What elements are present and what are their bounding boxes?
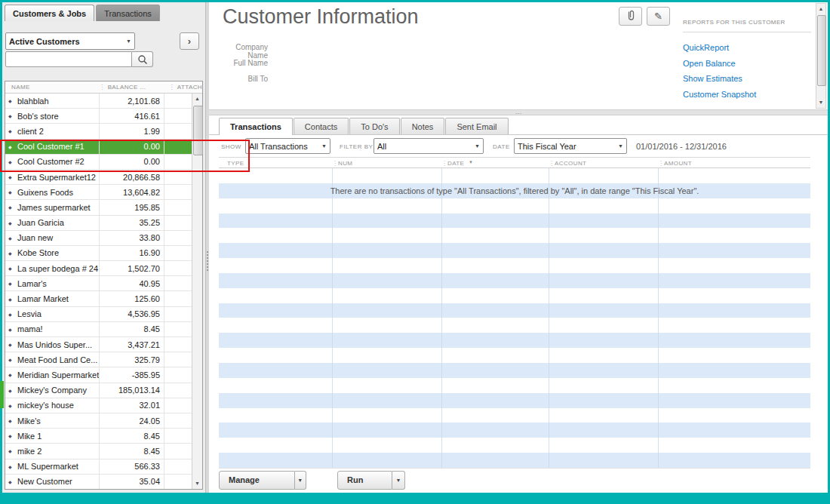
customer-row[interactable]: ◆ James supermarket 195.85	[5, 200, 192, 215]
customer-balance: 20,866.58	[100, 170, 164, 184]
customer-row[interactable]: ◆ mama! 8.45	[5, 322, 192, 337]
collapse-sidebar-button[interactable]: ›	[180, 32, 199, 50]
customer-row[interactable]: ◆ Mike 1 8.45	[5, 429, 192, 444]
run-reports-button[interactable]: Run Reports ▼	[337, 471, 405, 490]
splitter-handle-icon: …	[515, 110, 522, 114]
run-reports-label[interactable]: Run Reports	[337, 471, 392, 490]
search-button[interactable]	[132, 51, 153, 67]
column-header-attach[interactable]: ATTACH	[177, 84, 202, 91]
diamond-icon: ◆	[5, 433, 17, 438]
link-show-estimates[interactable]: Show Estimates	[683, 71, 811, 87]
customer-row[interactable]: ◆ Mickey's Company 185,013.14	[5, 383, 192, 398]
customer-fields: Company Name Full Name Bill To	[215, 43, 268, 91]
customer-row[interactable]: ◆ Cool Customer #1 0.00	[5, 140, 192, 155]
transaction-row-empty	[219, 243, 810, 258]
transaction-row-empty	[219, 363, 810, 378]
customer-balance: 3,437.21	[100, 337, 164, 352]
customer-row[interactable]: ◆ Mike's 24.05	[5, 413, 192, 429]
date-value: This Fiscal Year	[518, 142, 576, 151]
customer-row[interactable]: ◆ La super bodega # 24 1,502.70	[5, 261, 192, 276]
manage-transactions-label[interactable]: Manage Transactions	[219, 471, 295, 490]
customer-row[interactable]: ◆ Lamar Market 125.60	[5, 291, 192, 306]
column-header-type[interactable]: TYPE	[227, 160, 244, 167]
transaction-row-empty	[219, 198, 810, 214]
scrollbar-thumb[interactable]	[817, 15, 826, 86]
customer-name: Extra Supermarket12	[17, 170, 100, 184]
tab-todos[interactable]: To Do's	[349, 118, 399, 134]
manage-transactions-button[interactable]: Manage Transactions ▼	[219, 471, 306, 490]
diamond-icon: ◆	[5, 159, 17, 164]
customer-balance: 8.45	[100, 322, 164, 337]
horizontal-splitter[interactable]: …	[209, 109, 828, 115]
link-quickreport[interactable]: QuickReport	[683, 40, 811, 56]
customer-row[interactable]: ◆ New Customer 35.04	[5, 475, 192, 489]
tab-contacts[interactable]: Contacts	[294, 118, 349, 134]
tab-transactions-sidebar[interactable]: Transactions	[96, 5, 160, 21]
scroll-up-icon[interactable]: ▲	[816, 4, 825, 14]
customer-row[interactable]: ◆ client 2 1.99	[5, 124, 192, 139]
customer-balance: 40.95	[100, 276, 164, 290]
customer-balance: 8.45	[100, 444, 164, 458]
customer-balance: 35.25	[100, 216, 164, 230]
customer-balance: 16.90	[100, 246, 164, 260]
scrollbar-thumb[interactable]	[193, 106, 203, 155]
transaction-row-empty	[219, 168, 810, 183]
scroll-up-icon[interactable]: ▲	[192, 94, 202, 104]
info-panel-scrollbar[interactable]: ▲ ▼	[816, 3, 826, 109]
tab-customers-and-jobs[interactable]: Customers & Jobs	[5, 5, 94, 21]
customer-row[interactable]: ◆ Kobe Store 16.90	[5, 246, 192, 261]
edit-customer-button[interactable]: ✎	[647, 7, 670, 26]
customer-row[interactable]: ◆ mickey's house 32.01	[5, 398, 192, 413]
diamond-icon: ◆	[5, 297, 17, 302]
scroll-down-icon[interactable]: ▼	[192, 478, 202, 489]
manage-transactions-menu-arrow[interactable]: ▼	[295, 471, 306, 490]
diamond-icon: ◆	[5, 418, 17, 423]
tab-sent-email[interactable]: Sent Email	[445, 118, 508, 134]
customer-row[interactable]: ◆ ML Supermarket 566.33	[5, 459, 192, 475]
customer-row[interactable]: ◆ Cool Customer #2 0.00	[5, 155, 192, 170]
customer-row[interactable]: ◆ Bob's store 416.61	[5, 109, 192, 124]
tab-notes[interactable]: Notes	[401, 118, 445, 134]
scroll-down-icon[interactable]: ▼	[816, 97, 825, 108]
column-header-date[interactable]: DATE	[447, 160, 464, 167]
tab-transactions[interactable]: Transactions	[219, 118, 293, 135]
customer-row[interactable]: ◆ Meat Food Land Ce... 325.79	[5, 352, 192, 367]
customer-row[interactable]: ◆ Juan Garicia 35.25	[5, 216, 192, 231]
customer-search-input[interactable]	[5, 51, 132, 67]
customer-row[interactable]: ◆ mike 2 8.45	[5, 444, 192, 459]
column-header-account[interactable]: ACCOUNT	[555, 160, 586, 167]
transaction-row-empty	[219, 228, 810, 243]
customer-info-panel: Customer Information ✎ Company Name Full…	[209, 2, 828, 109]
empty-transactions-message: There are no transactions of type "All T…	[219, 186, 810, 195]
customer-row[interactable]: ◆ Meridian Supermarket -385.95	[5, 367, 192, 383]
customer-row[interactable]: ◆ Extra Supermarket12 20,866.58	[5, 170, 192, 185]
filter-dropdown[interactable]: All ▼	[374, 138, 484, 154]
diamond-icon: ◆	[5, 266, 17, 271]
diamond-icon: ◆	[5, 464, 17, 469]
column-header-balance[interactable]: BALANCE ...	[108, 84, 169, 91]
customer-row[interactable]: ◆ blahblah 2,101.68	[5, 94, 192, 109]
show-dropdown[interactable]: All Transactions ▼	[245, 138, 330, 154]
customer-row[interactable]: ◆ Juan new 33.80	[5, 231, 192, 246]
column-header-num[interactable]: NUM	[338, 160, 352, 167]
date-dropdown[interactable]: This Fiscal Year ▼	[514, 138, 627, 154]
transaction-row-empty	[219, 214, 810, 229]
reports-section: REPORTS FOR THIS CUSTOMER QuickReport Op…	[683, 19, 811, 102]
column-header-amount[interactable]: AMOUNT	[664, 160, 692, 167]
link-customer-snapshot[interactable]: Customer Snapshot	[683, 87, 811, 103]
customer-row[interactable]: ◆ Mas Unidos Super... 3,437.21	[5, 337, 192, 352]
customer-row[interactable]: ◆ Lesvia 4,536.95	[5, 307, 192, 322]
customer-row[interactable]: ◆ Guixens Foods 13,604.82	[5, 185, 192, 200]
customer-filter-dropdown[interactable]: Active Customers ▼	[5, 32, 135, 50]
chevron-down-icon: ▼	[396, 478, 401, 483]
customer-balance: 35.04	[100, 475, 164, 489]
diamond-icon: ◆	[5, 342, 17, 347]
column-separator-icon: ⋮	[168, 84, 174, 91]
diamond-icon: ◆	[5, 128, 17, 134]
attach-file-button[interactable]	[619, 7, 642, 26]
column-header-name[interactable]: NAME	[5, 84, 99, 91]
customer-row[interactable]: ◆ Lamar's 40.95	[5, 276, 192, 291]
customer-list-scrollbar[interactable]: ▲ ▼	[192, 94, 202, 489]
link-open-balance[interactable]: Open Balance	[683, 56, 811, 72]
run-reports-menu-arrow[interactable]: ▼	[392, 471, 404, 490]
